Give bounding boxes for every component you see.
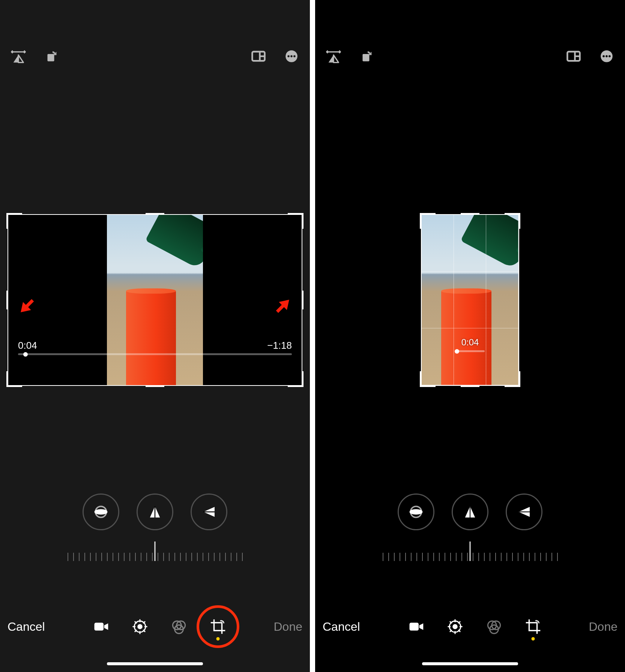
crop-frame[interactable]: 0:04 −1:18 xyxy=(8,214,302,386)
filters-tab-icon[interactable] xyxy=(171,619,187,634)
svg-point-43 xyxy=(602,55,605,57)
svg-marker-53 xyxy=(419,623,423,630)
scrub-time: 0:04 −1:18 xyxy=(8,340,302,351)
aspect-ratio-icon[interactable] xyxy=(251,48,266,64)
svg-point-10 xyxy=(293,55,296,57)
video-frame xyxy=(422,215,518,385)
straighten-dial[interactable] xyxy=(18,544,292,561)
time-remaining: −1:18 xyxy=(267,340,292,351)
svg-point-63 xyxy=(453,625,457,629)
video-frame xyxy=(8,215,302,385)
crop-preview[interactable]: 0:04 xyxy=(315,210,625,390)
svg-point-30 xyxy=(138,625,142,629)
crop-frame[interactable]: 0:04 xyxy=(421,214,519,386)
svg-rect-52 xyxy=(409,623,419,631)
straighten-dial[interactable] xyxy=(333,544,607,561)
time-current: 0:04 xyxy=(461,337,479,348)
rotate-icon[interactable] xyxy=(359,48,374,64)
crop-adjust-row xyxy=(315,494,625,530)
svg-rect-19 xyxy=(94,623,104,631)
horizontal-perspective-button[interactable] xyxy=(191,494,227,530)
svg-point-8 xyxy=(287,55,290,57)
editor-bottombar: Cancel Done xyxy=(315,610,625,644)
cancel-button[interactable]: Cancel xyxy=(323,620,360,634)
done-button[interactable]: Done xyxy=(589,620,617,634)
svg-point-44 xyxy=(605,55,608,57)
filters-tab-icon[interactable] xyxy=(486,619,502,634)
straighten-button[interactable] xyxy=(398,494,434,530)
svg-point-45 xyxy=(608,55,611,57)
adjust-tab-icon[interactable] xyxy=(447,619,463,634)
editor-bottombar: Cancel Done xyxy=(0,610,310,644)
home-indicator xyxy=(422,662,518,665)
svg-marker-1 xyxy=(14,55,18,63)
svg-marker-34 xyxy=(220,620,221,622)
done-button[interactable]: Done xyxy=(273,620,302,634)
video-tab-icon[interactable] xyxy=(93,619,109,634)
flip-horizontal-icon[interactable] xyxy=(11,48,26,64)
dial-center-indicator xyxy=(470,542,471,561)
straighten-button[interactable] xyxy=(83,494,119,530)
phone-right: 0:04 xyxy=(315,0,625,672)
home-indicator xyxy=(107,662,203,665)
vertical-perspective-button[interactable] xyxy=(137,494,173,530)
svg-rect-38 xyxy=(363,54,370,62)
time-current: 0:04 xyxy=(18,340,37,351)
video-tab-icon[interactable] xyxy=(408,619,424,634)
svg-marker-36 xyxy=(329,55,334,63)
rotate-icon[interactable] xyxy=(44,48,59,64)
svg-point-47 xyxy=(410,510,422,514)
flip-horizontal-icon[interactable] xyxy=(326,48,341,64)
crop-tab-icon[interactable] xyxy=(525,619,541,634)
crop-tab-icon[interactable] xyxy=(210,619,226,634)
more-icon[interactable] xyxy=(599,48,614,64)
svg-point-14 xyxy=(95,510,107,514)
svg-marker-20 xyxy=(104,623,108,630)
more-icon[interactable] xyxy=(284,48,299,64)
crop-preview[interactable]: 0:04 −1:18 xyxy=(0,210,310,390)
svg-point-9 xyxy=(290,55,293,57)
phone-left: 0:04 −1:18 xyxy=(0,0,310,672)
svg-marker-67 xyxy=(535,620,536,622)
scrubber[interactable] xyxy=(18,353,292,355)
crop-toolbar xyxy=(315,43,625,70)
adjust-tab-icon[interactable] xyxy=(132,619,148,634)
aspect-ratio-icon[interactable] xyxy=(566,48,581,64)
active-tab-dot xyxy=(216,637,219,640)
crop-toolbar xyxy=(0,43,310,70)
svg-marker-2 xyxy=(18,55,23,63)
svg-rect-3 xyxy=(48,54,54,62)
scrub-time: 0:04 xyxy=(422,337,518,348)
active-tab-dot xyxy=(531,637,535,640)
cancel-button[interactable]: Cancel xyxy=(8,620,45,634)
scrubber[interactable] xyxy=(455,350,485,352)
vertical-perspective-button[interactable] xyxy=(452,494,488,530)
horizontal-perspective-button[interactable] xyxy=(506,494,542,530)
crop-adjust-row xyxy=(0,494,310,530)
dial-center-indicator xyxy=(155,542,156,561)
svg-marker-37 xyxy=(334,55,338,63)
